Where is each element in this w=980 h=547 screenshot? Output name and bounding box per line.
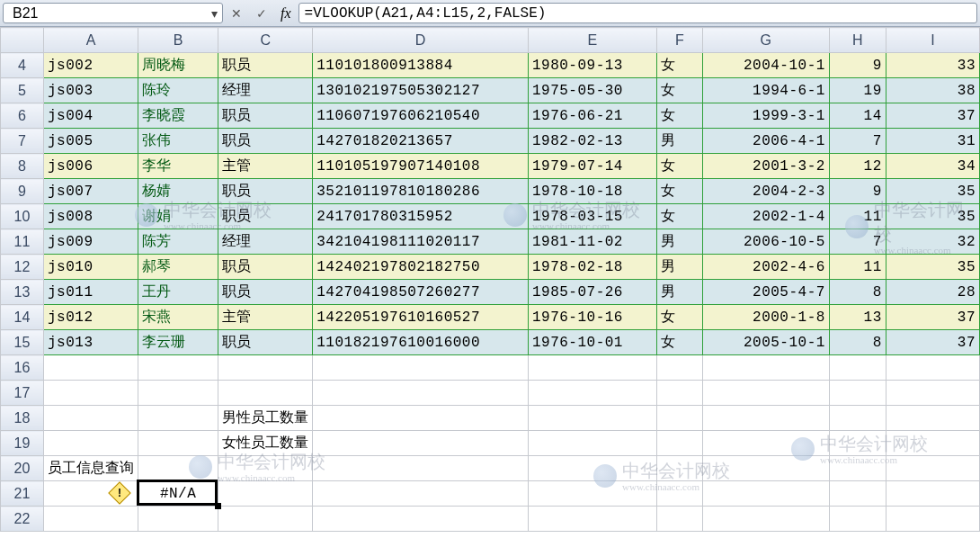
cell[interactable]: 1982-02-13 <box>528 129 656 154</box>
cell[interactable] <box>656 456 702 481</box>
column-header[interactable]: E <box>528 28 656 53</box>
cell[interactable]: 李云珊 <box>138 330 218 355</box>
cell[interactable]: 2000-1-8 <box>702 305 829 330</box>
row-header[interactable]: 22 <box>1 507 44 532</box>
cell[interactable] <box>44 355 138 381</box>
cell[interactable]: 职员 <box>218 330 313 355</box>
row-header[interactable]: 14 <box>1 305 44 330</box>
cell[interactable] <box>656 481 702 507</box>
cell[interactable]: js002 <box>44 53 138 78</box>
cell[interactable]: 职员 <box>218 103 313 129</box>
cell[interactable] <box>528 481 656 507</box>
cell[interactable] <box>702 355 829 381</box>
cell[interactable]: 241701780315952 <box>313 204 529 229</box>
cell[interactable]: 男性员工数量 <box>218 406 313 431</box>
cell[interactable] <box>702 406 829 431</box>
cell[interactable] <box>702 381 829 406</box>
cell[interactable]: 1976-10-16 <box>528 305 656 330</box>
cell[interactable]: 14 <box>829 103 886 129</box>
cell[interactable] <box>138 355 218 381</box>
cell[interactable] <box>829 406 886 431</box>
cell[interactable] <box>829 481 886 507</box>
name-box[interactable] <box>9 5 206 22</box>
cell[interactable]: 职员 <box>218 53 313 78</box>
cell[interactable] <box>886 381 979 406</box>
cell[interactable]: 杨婧 <box>138 179 218 204</box>
cell[interactable]: 11 <box>829 204 886 229</box>
cell[interactable]: 郝琴 <box>138 255 218 280</box>
cell[interactable]: 142205197610160527 <box>313 305 529 330</box>
cell[interactable]: 陈芳 <box>138 229 218 255</box>
cell[interactable]: 19 <box>829 78 886 103</box>
cell[interactable]: 13 <box>829 305 886 330</box>
cell[interactable]: 110607197606210540 <box>313 103 529 129</box>
cell[interactable]: 2001-3-2 <box>702 154 829 179</box>
cell[interactable]: 1976-10-01 <box>528 330 656 355</box>
cell[interactable] <box>829 456 886 481</box>
cancel-formula-icon[interactable]: ✕ <box>225 3 248 24</box>
cell[interactable]: 7 <box>829 229 886 255</box>
spreadsheet-grid[interactable]: 中华会计网校www.chinaacc.com 中华会计网校www.chinaac… <box>0 27 980 547</box>
cell[interactable]: 主管 <box>218 154 313 179</box>
cell[interactable] <box>218 456 313 481</box>
cell[interactable] <box>829 507 886 532</box>
cell[interactable]: js003 <box>44 78 138 103</box>
cell[interactable] <box>829 431 886 456</box>
cell[interactable]: 2002-4-6 <box>702 255 829 280</box>
row-header[interactable]: 20 <box>1 456 44 481</box>
cell[interactable] <box>528 381 656 406</box>
cell[interactable] <box>702 431 829 456</box>
cell[interactable]: 1980-09-13 <box>528 53 656 78</box>
cell[interactable]: 32 <box>886 229 979 255</box>
cell[interactable]: 经理 <box>218 78 313 103</box>
cell[interactable]: js010 <box>44 255 138 280</box>
cell[interactable]: 8 <box>829 330 886 355</box>
cell[interactable]: 男 <box>656 229 702 255</box>
column-header[interactable]: D <box>313 28 529 53</box>
row-header[interactable]: 7 <box>1 129 44 154</box>
cell[interactable]: 33 <box>886 53 979 78</box>
column-header[interactable]: B <box>138 28 218 53</box>
cell[interactable]: 31 <box>886 129 979 154</box>
cell[interactable]: 1994-6-1 <box>702 78 829 103</box>
cell[interactable]: 12 <box>829 154 886 179</box>
column-header[interactable]: C <box>218 28 313 53</box>
cell[interactable]: 1978-02-18 <box>528 255 656 280</box>
cell[interactable] <box>313 456 529 481</box>
cell[interactable]: 28 <box>886 280 979 305</box>
cell[interactable]: 38 <box>886 78 979 103</box>
cell[interactable]: 7 <box>829 129 886 154</box>
cell[interactable]: 1978-03-15 <box>528 204 656 229</box>
cell[interactable]: 2004-2-3 <box>702 179 829 204</box>
cell[interactable] <box>656 381 702 406</box>
cell[interactable]: js012 <box>44 305 138 330</box>
cell[interactable]: 男 <box>656 280 702 305</box>
column-header[interactable]: I <box>886 28 979 53</box>
row-header[interactable]: 18 <box>1 406 44 431</box>
cell[interactable]: 8 <box>829 280 886 305</box>
cell[interactable]: js008 <box>44 204 138 229</box>
cell[interactable] <box>138 381 218 406</box>
row-header[interactable]: 11 <box>1 229 44 255</box>
name-box-wrap[interactable]: ▾ <box>3 3 223 23</box>
row-header[interactable]: 9 <box>1 179 44 204</box>
row-header[interactable]: 5 <box>1 78 44 103</box>
cell[interactable]: 1981-11-02 <box>528 229 656 255</box>
select-all-corner[interactable] <box>1 28 44 53</box>
cell[interactable]: 职员 <box>218 280 313 305</box>
cell[interactable]: js013 <box>44 330 138 355</box>
cell[interactable]: 2006-10-5 <box>702 229 829 255</box>
cell[interactable]: 1976-06-21 <box>528 103 656 129</box>
cell[interactable]: 职员 <box>218 129 313 154</box>
cell[interactable]: 142701820213657 <box>313 129 529 154</box>
cell[interactable]: #N/A <box>138 481 218 507</box>
row-header[interactable]: 16 <box>1 355 44 381</box>
cell[interactable]: 女 <box>656 330 702 355</box>
cell[interactable]: js009 <box>44 229 138 255</box>
cell[interactable] <box>138 406 218 431</box>
insert-function-button[interactable]: fx <box>275 5 297 22</box>
cell[interactable] <box>218 381 313 406</box>
accept-formula-icon[interactable]: ✓ <box>250 3 273 24</box>
cell[interactable] <box>528 507 656 532</box>
cell[interactable] <box>886 406 979 431</box>
